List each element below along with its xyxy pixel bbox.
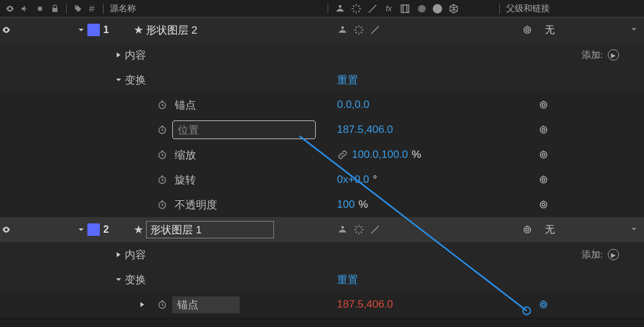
layer-row[interactable]: 1 ★ 形状图层 2 无 — [0, 17, 644, 42]
property-value[interactable]: 100 — [337, 198, 354, 211]
layer-index: 2 — [100, 224, 112, 235]
shy-icon[interactable] — [337, 224, 348, 235]
property-selected-box[interactable]: 位置 — [172, 120, 316, 139]
column-header: # 源名称 fx 父级和链接 — [0, 0, 644, 17]
stopwatch-icon[interactable] — [156, 124, 168, 136]
pickwhip-icon[interactable] — [537, 124, 550, 136]
parent-link-header[interactable]: 父级和链接 — [506, 3, 550, 14]
source-name-header[interactable]: 源名称 — [110, 3, 136, 14]
property-group-row[interactable]: 变换 重置 — [0, 67, 644, 92]
property-row[interactable]: 锚点 187.5,406.0 — [0, 292, 644, 317]
property-row[interactable]: 锚点 0.0,0.0 — [0, 92, 644, 117]
property-row[interactable]: 不透明度 100% — [0, 192, 644, 217]
add-label: 添加: — [582, 249, 603, 261]
property-suffix: % — [358, 198, 368, 211]
expand-arrow-icon[interactable] — [75, 26, 87, 34]
expand-arrow-icon[interactable] — [112, 276, 125, 283]
stopwatch-icon[interactable] — [156, 198, 168, 211]
expand-arrow-icon[interactable] — [75, 226, 87, 233]
add-button[interactable]: ▶ — [608, 49, 619, 61]
stopwatch-icon[interactable] — [156, 173, 168, 186]
motion-blur-icon[interactable] — [416, 3, 427, 14]
property-row[interactable]: 位置 187.5,406.0 — [0, 117, 644, 142]
reset-link[interactable]: 重置 — [337, 73, 358, 87]
label-icon[interactable] — [73, 4, 83, 14]
property-group-label: 变换 — [125, 273, 146, 287]
frame-blend-icon[interactable] — [399, 3, 411, 14]
add-button[interactable]: ▶ — [608, 249, 619, 260]
hash-icon[interactable]: # — [87, 4, 97, 14]
expand-arrow-icon[interactable] — [112, 251, 125, 258]
solo-icon[interactable] — [35, 4, 45, 14]
property-label: 锚点 — [177, 298, 198, 312]
property-group-label: 内容 — [125, 248, 146, 262]
label-color[interactable] — [87, 24, 100, 36]
layer-row[interactable]: 2 ★ 形状图层 1 无 — [0, 217, 644, 242]
expand-arrow-icon[interactable] — [112, 76, 125, 84]
fx-icon[interactable]: fx — [383, 3, 394, 14]
property-group-row[interactable]: 内容 添加: ▶ — [0, 42, 644, 67]
eye-icon[interactable] — [1, 25, 11, 35]
expand-arrow-icon[interactable] — [112, 51, 125, 59]
property-row[interactable]: 旋转 0x+0.0° — [0, 167, 644, 192]
layer-index: 1 — [100, 24, 112, 36]
pickwhip-icon[interactable] — [521, 24, 534, 36]
property-group-label: 变换 — [125, 73, 146, 87]
pickwhip-icon[interactable] — [537, 99, 550, 111]
shy-icon[interactable] — [334, 3, 346, 14]
eye-icon[interactable] — [1, 225, 11, 235]
constrain-link-icon[interactable] — [337, 149, 348, 160]
property-value[interactable]: 187.5,406.0 — [337, 298, 393, 311]
stopwatch-icon[interactable] — [156, 149, 168, 161]
adjustment-icon[interactable] — [432, 3, 443, 14]
layer-name[interactable]: 形状图层 2 — [146, 23, 197, 37]
parent-value: 无 — [545, 24, 555, 37]
parent-value: 无 — [545, 223, 555, 237]
chevron-down-icon — [630, 224, 638, 235]
quality-icon[interactable] — [369, 224, 381, 235]
stopwatch-icon[interactable] — [156, 99, 168, 111]
add-label: 添加: — [582, 49, 603, 61]
property-value[interactable]: 100.0,100.0 — [352, 149, 408, 161]
property-group-row[interactable]: 变换 重置 — [0, 267, 644, 292]
property-value[interactable]: 0x+0.0 — [337, 173, 369, 186]
chevron-down-icon — [630, 24, 638, 36]
stopwatch-icon[interactable] — [156, 298, 168, 311]
shy-icon[interactable] — [337, 24, 348, 36]
quality-icon[interactable] — [367, 3, 378, 14]
pickwhip-icon[interactable] — [537, 198, 550, 211]
audio-icon[interactable] — [20, 4, 30, 14]
property-label: 旋转 — [175, 173, 196, 187]
property-highlight-box[interactable]: 锚点 — [172, 296, 240, 313]
property-row[interactable]: 缩放 100.0,100.0% — [0, 142, 644, 167]
svg-point-0 — [38, 6, 42, 11]
property-label: 位置 — [178, 123, 199, 137]
svg-rect-1 — [401, 5, 409, 12]
property-group-label: 内容 — [125, 48, 146, 62]
pickwhip-icon[interactable] — [521, 223, 534, 236]
quality-icon[interactable] — [369, 24, 381, 36]
parent-dropdown[interactable]: 无 — [539, 221, 644, 238]
reset-link[interactable]: 重置 — [337, 273, 358, 287]
pickwhip-icon[interactable] — [537, 298, 550, 311]
property-value[interactable]: 0.0,0.0 — [337, 99, 369, 111]
layer-name: 形状图层 1 — [150, 223, 202, 237]
3d-icon[interactable] — [448, 3, 459, 14]
parent-dropdown[interactable]: 无 — [539, 21, 644, 39]
label-color[interactable] — [87, 223, 100, 236]
collapse-icon[interactable] — [353, 24, 364, 36]
pickwhip-icon[interactable] — [537, 149, 550, 161]
star-icon: ★ — [131, 223, 146, 237]
property-group-row[interactable]: 内容 添加: ▶ — [0, 242, 644, 267]
eye-icon[interactable] — [5, 4, 15, 14]
property-suffix: % — [412, 149, 421, 161]
property-label: 锚点 — [175, 98, 196, 112]
collapse-icon[interactable] — [351, 3, 362, 14]
collapse-icon[interactable] — [353, 224, 364, 235]
property-value[interactable]: 187.5,406.0 — [337, 124, 393, 136]
layer-name-edit[interactable]: 形状图层 1 — [146, 221, 274, 238]
lock-icon[interactable] — [50, 4, 60, 14]
pickwhip-icon[interactable] — [537, 173, 550, 186]
property-label: 不透明度 — [175, 198, 217, 212]
expand-arrow-icon[interactable] — [136, 301, 149, 308]
